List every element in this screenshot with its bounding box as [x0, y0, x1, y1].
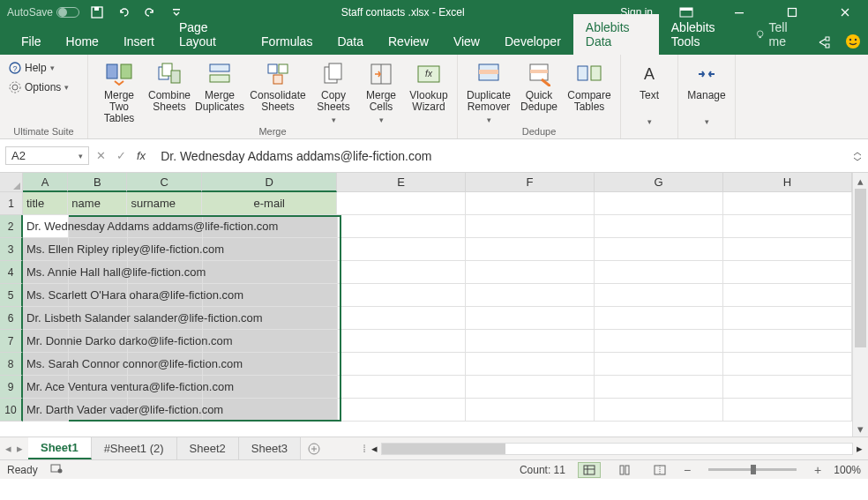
- row-header-7[interactable]: 7: [0, 330, 23, 353]
- cell[interactable]: Mr. Darth Vader vader@life-fiction.com: [23, 399, 69, 422]
- insert-function-button[interactable]: fx: [137, 149, 146, 162]
- column-header-B[interactable]: B: [68, 173, 127, 192]
- cell[interactable]: [466, 284, 595, 307]
- smiley-feedback[interactable]: [839, 34, 868, 55]
- header-cell[interactable]: title: [23, 192, 68, 215]
- column-header-G[interactable]: G: [595, 173, 723, 192]
- cell[interactable]: [595, 376, 723, 399]
- cell[interactable]: [595, 192, 723, 215]
- cell[interactable]: Ms. Annie Hall hall@life-fiction.com: [23, 261, 69, 284]
- cell[interactable]: [466, 399, 595, 422]
- cell[interactable]: [338, 238, 467, 261]
- cell[interactable]: [338, 261, 467, 284]
- sheet-nav-prev[interactable]: ◂: [5, 442, 11, 455]
- scroll-down-arrow[interactable]: ▾: [853, 421, 868, 437]
- name-box[interactable]: A2 ▾: [5, 146, 89, 165]
- tell-me[interactable]: Tell me: [746, 14, 810, 55]
- cell[interactable]: [595, 399, 723, 422]
- help-button[interactable]: ? Help▾: [5, 60, 58, 76]
- cell[interactable]: Mr. Donnie Darko darko@life-fiction.com: [23, 330, 69, 353]
- header-cell[interactable]: surname: [127, 192, 202, 215]
- cell[interactable]: [723, 353, 852, 376]
- cell[interactable]: [203, 261, 338, 284]
- row-header-4[interactable]: 4: [0, 261, 23, 284]
- tab-formulas[interactable]: Formulas: [249, 28, 325, 55]
- tab-ablebits-data[interactable]: Ablebits Data: [573, 14, 659, 55]
- macro-record-icon[interactable]: [50, 463, 63, 476]
- formula-input[interactable]: Dr. Wednesday Addams addams@life-fiction…: [153, 139, 847, 172]
- expand-formula-bar[interactable]: [847, 139, 868, 172]
- cell[interactable]: [466, 261, 595, 284]
- scroll-left-arrow[interactable]: ◂: [371, 442, 378, 455]
- consolidate-sheets-button[interactable]: Consolidate Sheets: [247, 58, 309, 113]
- cell[interactable]: Dr. Lisbeth Salander salander@life-ficti…: [23, 307, 69, 330]
- cell[interactable]: [595, 307, 723, 330]
- merge-two-tables-button[interactable]: Merge Two Tables: [94, 58, 145, 124]
- cell[interactable]: [723, 284, 852, 307]
- cell[interactable]: [466, 353, 595, 376]
- row-header-9[interactable]: 9: [0, 376, 23, 399]
- spreadsheet-grid[interactable]: ABCDEFGH 12345678910 titlenamesurnamee-m…: [0, 173, 868, 437]
- cell[interactable]: [595, 238, 723, 261]
- manage-button[interactable]: Manage▾: [684, 58, 730, 128]
- cell[interactable]: [723, 399, 852, 422]
- tab-file[interactable]: File: [9, 28, 54, 55]
- column-header-F[interactable]: F: [466, 173, 595, 192]
- column-header-D[interactable]: D: [202, 173, 337, 192]
- row-header-2[interactable]: 2: [0, 215, 23, 238]
- new-sheet-button[interactable]: [301, 443, 327, 455]
- tab-page-layout[interactable]: Page Layout: [167, 14, 249, 55]
- cell[interactable]: [723, 215, 852, 238]
- cell[interactable]: [723, 330, 852, 353]
- cell[interactable]: [595, 330, 723, 353]
- compare-tables-button[interactable]: Compare Tables: [564, 58, 615, 113]
- save-button[interactable]: [88, 4, 106, 21]
- text-button[interactable]: A Text▾: [626, 58, 672, 128]
- cell[interactable]: [723, 261, 852, 284]
- cell[interactable]: Ms. Scarlett O'Hara ohara@life-fiction.c…: [23, 284, 69, 307]
- cell[interactable]: [338, 284, 467, 307]
- cell[interactable]: [595, 284, 723, 307]
- header-cell[interactable]: name: [68, 192, 127, 215]
- row-headers[interactable]: 12345678910: [0, 192, 23, 437]
- cells-area[interactable]: titlenamesurnamee-mailDr. Wednesday Adda…: [23, 192, 852, 437]
- cell[interactable]: Ms. Sarah Connor connor@life-fiction.com: [23, 353, 69, 376]
- view-page-break[interactable]: [648, 462, 671, 478]
- cell[interactable]: [338, 399, 467, 422]
- cell[interactable]: [723, 307, 852, 330]
- sheet-tab-3[interactable]: Sheet2: [177, 437, 239, 459]
- cell[interactable]: [723, 238, 852, 261]
- cell[interactable]: [723, 376, 852, 399]
- autosave-toggle[interactable]: AutoSave: [7, 6, 79, 19]
- zoom-level[interactable]: 100%: [834, 464, 861, 476]
- column-headers[interactable]: ABCDEFGH: [23, 173, 852, 192]
- tab-home[interactable]: Home: [54, 28, 111, 55]
- zoom-slider[interactable]: [708, 468, 797, 471]
- cell[interactable]: [595, 215, 723, 238]
- tab-data[interactable]: Data: [325, 28, 376, 55]
- duplicate-remover-button[interactable]: Duplicate Remover▾: [463, 58, 514, 126]
- zoom-in-button[interactable]: +: [814, 463, 821, 477]
- view-page-layout[interactable]: [613, 462, 636, 478]
- row-header-8[interactable]: 8: [0, 353, 23, 376]
- combine-sheets-button[interactable]: Combine Sheets: [146, 58, 192, 113]
- vlookup-wizard-button[interactable]: fx Vlookup Wizard: [406, 58, 452, 113]
- sheet-tab-1[interactable]: Sheet1: [28, 437, 92, 459]
- tab-view[interactable]: View: [441, 28, 492, 55]
- quick-dedupe-button[interactable]: Quick Dedupe: [516, 58, 562, 113]
- row-header-1[interactable]: 1: [0, 192, 23, 215]
- cell[interactable]: [466, 215, 595, 238]
- redo-button[interactable]: [141, 4, 159, 21]
- scroll-up-arrow[interactable]: ▴: [853, 173, 868, 189]
- undo-button[interactable]: [115, 4, 132, 21]
- cell[interactable]: Ms. Ellen Ripley ripley@life-fiction.com: [23, 238, 69, 261]
- column-header-H[interactable]: H: [723, 173, 852, 192]
- cell[interactable]: [595, 261, 723, 284]
- cell[interactable]: [338, 215, 467, 238]
- cell[interactable]: [595, 353, 723, 376]
- cell[interactable]: Mr. Ace Ventura ventura@life-fiction.com: [23, 376, 69, 399]
- cell[interactable]: Dr. Wednesday Addams addams@life-fiction…: [23, 215, 69, 238]
- column-header-C[interactable]: C: [127, 173, 202, 192]
- options-button[interactable]: Options▾: [5, 79, 72, 95]
- scroll-right-arrow[interactable]: ▸: [857, 442, 863, 455]
